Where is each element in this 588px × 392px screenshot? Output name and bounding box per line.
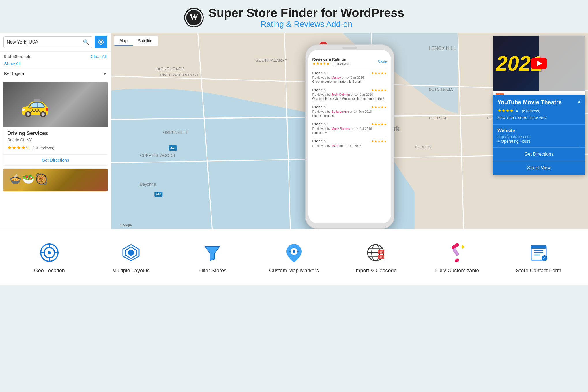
reviews-panel[interactable]: Reviews & Ratings ★★★★★ (14 reviews) Clo… (308, 50, 391, 223)
food-store-card (3, 168, 108, 192)
popup-website-url[interactable]: http://youtube.com (497, 134, 580, 139)
svg-text:DUTCH KILLS: DUTCH KILLS (429, 87, 454, 91)
review-2-text: Outstanding service! Would really recomm… (312, 97, 387, 100)
svg-text:GREENVILLE: GREENVILLE (163, 130, 188, 135)
svg-text:HACKENSACK: HACKENSACK (154, 66, 184, 71)
review-5-by: Reviewed by 9679 on 09-Oct-2016 (312, 144, 387, 147)
popup-close-button[interactable]: × (577, 99, 580, 105)
review-item-4: Rating: 5 ★★★★★ Reviewed by Macy Barnes … (312, 120, 387, 137)
reviews-panel-title: Reviews & Ratings (312, 57, 349, 61)
tab-satellite[interactable]: Satellite (133, 36, 158, 46)
feature-fully-customizable: Fully Customizable (416, 241, 498, 274)
search-icon[interactable]: 🔍 (83, 39, 89, 45)
review-1-rating: Rating: 5 (312, 71, 326, 75)
svg-point-67 (293, 250, 295, 253)
wordpress-logo: W (184, 7, 204, 28)
review-1-stars: ★★★★★ (371, 71, 387, 75)
svg-text:440: 440 (170, 146, 175, 150)
review-item-5: Rating: 5 ★★★★★ Reviewed by 9679 on 09-O… (312, 137, 387, 150)
feature-multiple-layouts: Multiple Layouts (90, 241, 172, 274)
svg-text:LENOX HILL: LENOX HILL (429, 46, 456, 51)
get-directions-link[interactable]: Get Directions (3, 154, 108, 165)
feature-bar: Geo Location Multiple Layouts Filter Sto… (0, 229, 588, 285)
locate-button[interactable] (95, 36, 107, 48)
svg-text:Google: Google (120, 223, 132, 227)
review-3-stars: ★★★★★ (371, 105, 387, 109)
review-5-rating: Rating: 5 (312, 139, 326, 143)
review-2-by: Reviewed by Josh Colman on 14-Jun-2016 (312, 93, 387, 96)
feature-geo-location: Geo Location (9, 241, 90, 274)
popup-street-view-button[interactable]: Street View (493, 161, 585, 175)
popup-website-section: Website http://youtube.com Operating Hou… (493, 124, 585, 147)
svg-text:▤: ▤ (380, 256, 382, 259)
reviews-close-button[interactable]: Close (378, 59, 387, 63)
search-input[interactable] (7, 40, 81, 45)
popup-operating-hours[interactable]: Operating Hours (497, 139, 580, 144)
svg-point-3 (100, 41, 102, 43)
geo-location-icon (38, 241, 61, 264)
yt-play-button[interactable] (531, 58, 547, 69)
review-2-stars: ★★★★★ (371, 88, 387, 92)
store-review-count: (14 reviews) (32, 146, 54, 150)
map-tabs: Map Satellite (114, 36, 158, 46)
svg-text:Bayonne: Bayonne (140, 182, 156, 187)
clear-all-button[interactable]: Clear All (91, 54, 107, 59)
svg-text:SOUTH KEARNY: SOUTH KEARNY (256, 58, 288, 63)
popup-header: YouTube Movie Theatre × (493, 95, 585, 108)
review-4-text: Excellent!! (312, 131, 387, 134)
store-count-row: 9 of 58 outlets Clear All (0, 52, 111, 61)
review-3-rating: Rating: 5 (312, 105, 326, 109)
svg-text:RIVER WATERFRONT: RIVER WATERFRONT (160, 73, 199, 77)
feature-filter-stores-label: Filter Stores (199, 268, 226, 274)
svg-rect-91 (531, 246, 546, 249)
popup-stars: ★★★★★ (6 reviews) (493, 108, 585, 116)
svg-point-56 (48, 251, 51, 254)
review-item-2: Rating: 5 ★★★★★ Reviewed by Josh Colman … (312, 86, 387, 103)
review-5-author[interactable]: 9679 (332, 144, 338, 147)
sidebar: 🔍 9 of 58 outlets Clear All Show All By … (0, 33, 111, 229)
review-1-text: Great experience, I rate this 5 star! (312, 80, 387, 83)
store-card-body: Driving Services Reade St, NY ★★★★½ (14 … (3, 127, 108, 154)
by-region-label: By Region (4, 71, 24, 76)
review-3-by: Reviewed by Sofia LeAnn on 14-Jun-2016 (312, 110, 387, 113)
store-card-image (3, 82, 108, 127)
svg-text:TRIBECA: TRIBECA (415, 145, 431, 149)
reviews-overall-count: (14 reviews) (332, 62, 349, 65)
review-3-text: Love it! Thanks! (312, 114, 387, 117)
tab-map[interactable]: Map (114, 36, 133, 46)
youtube-card: 2021 Google Maps Store Locator 20... ⋮ (493, 36, 585, 103)
svg-point-83 (454, 258, 460, 263)
phone-mockup: Reviews & Ratings ★★★★★ (14 reviews) Clo… (305, 44, 394, 229)
map-area[interactable]: LENOX HILL HELL'S KITCHEN MIDTOWN WEST M… (111, 33, 588, 229)
phone-notch (342, 47, 357, 49)
svg-text:CHELSEA: CHELSEA (429, 116, 447, 120)
review-5-stars: ★★★★★ (371, 139, 387, 143)
crosshair-icon (98, 39, 104, 46)
header: W Super Store Finder for WordPress Ratin… (0, 0, 588, 33)
feature-store-contact-form: ✓ Store Contact Form (498, 241, 579, 274)
youtube-thumbnail: 2021 (493, 36, 585, 91)
review-1-by: Reviewed by Mandy on 14-Jun-2016 (312, 76, 387, 79)
feature-store-contact-form-label: Store Contact Form (516, 268, 561, 274)
svg-text:▤: ▤ (380, 251, 382, 254)
review-3-author[interactable]: Sofia LeAnn (332, 110, 349, 113)
review-2-author[interactable]: Josh Colman (332, 93, 350, 96)
feature-import-geocode: ▤ ▤ Import & Geocode (335, 241, 416, 274)
review-1-author[interactable]: Mandy (332, 76, 341, 79)
food-image (3, 169, 108, 191)
review-item-3: Rating: 5 ★★★★★ Reviewed by Sofia LeAnn … (312, 103, 387, 120)
by-region-filter[interactable]: By Region ▼ (0, 68, 111, 79)
popup-get-directions-button[interactable]: Get Directions (493, 147, 585, 161)
search-input-wrap[interactable]: 🔍 (3, 36, 92, 48)
page-title: Super Store Finder for WordPress (209, 6, 404, 20)
fully-customizable-icon (445, 241, 469, 264)
svg-text:✓: ✓ (543, 256, 546, 260)
feature-filter-stores: Filter Stores (172, 241, 253, 274)
multiple-layouts-icon (119, 241, 143, 264)
show-all-link[interactable]: Show All (0, 61, 111, 68)
review-item-1: Rating: 5 ★★★★★ Reviewed by Mandy on 14-… (312, 69, 387, 86)
review-4-author[interactable]: Macy Barnes (332, 127, 350, 130)
review-4-by: Reviewed by Macy Barnes on 14-Jul-2016 (312, 127, 387, 130)
store-card: Driving Services Reade St, NY ★★★★½ (14 … (3, 82, 108, 166)
chevron-down-icon: ▼ (103, 71, 107, 76)
